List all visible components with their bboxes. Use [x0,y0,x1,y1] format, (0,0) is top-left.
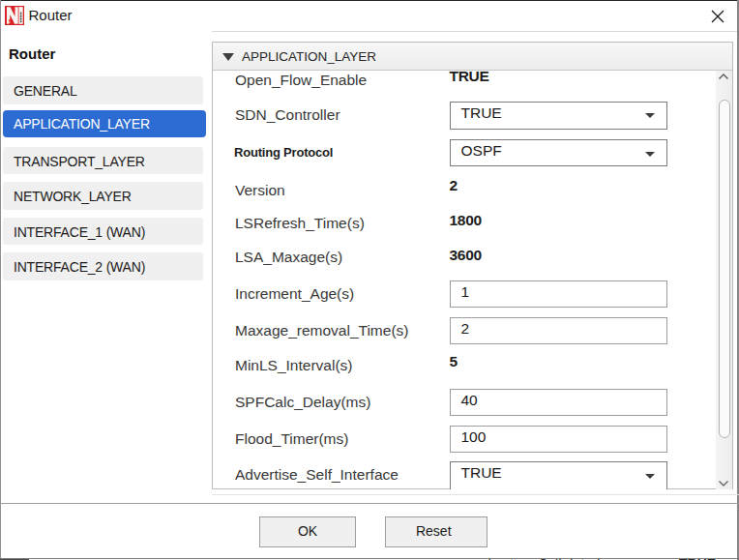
svg-text:S: S [9,17,15,25]
